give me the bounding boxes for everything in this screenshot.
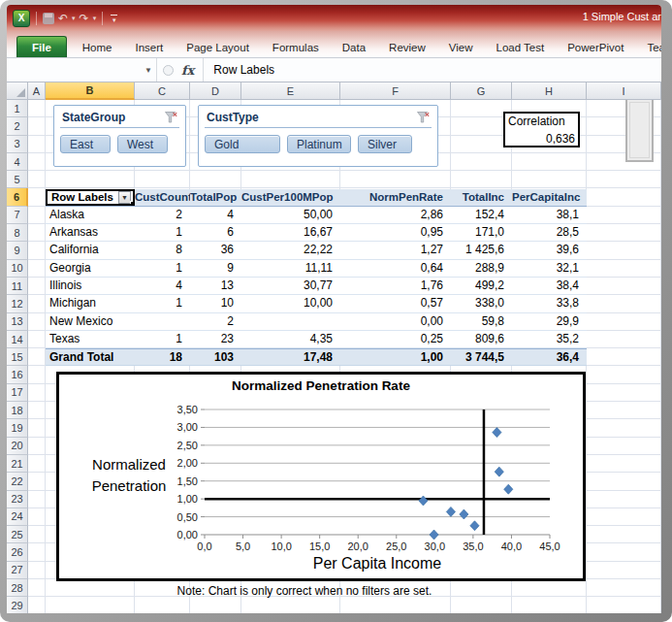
row-labels-cell[interactable]: Row Labels▼	[46, 189, 135, 206]
fill-handle[interactable]	[130, 201, 135, 206]
cell-A26[interactable]	[28, 543, 46, 561]
pivot-row-michigan-col-totalpop[interactable]: 10	[190, 295, 241, 311]
slicer-button-west[interactable]: West	[117, 135, 168, 153]
pivot-row-illinois-col-totalpop[interactable]: 13	[190, 278, 241, 294]
pivot-row-alaska-col-percapitainc[interactable]: 38,1	[512, 207, 587, 223]
pivot-row-arkansas-col-percapitainc[interactable]: 28,5	[512, 224, 587, 241]
cell-I25[interactable]	[587, 526, 661, 543]
cell-A16[interactable]	[28, 366, 46, 383]
cell-I8[interactable]	[587, 224, 661, 242]
pivot-row-georgia-col-row-labels[interactable]: Georgia	[46, 260, 135, 277]
cell-I16[interactable]	[587, 366, 661, 383]
row-header-4[interactable]: 4	[7, 153, 28, 171]
cell-G5[interactable]	[451, 171, 512, 188]
cell-A27[interactable]	[28, 562, 46, 579]
cell-I20[interactable]	[587, 438, 661, 455]
cell-A13[interactable]	[28, 313, 46, 331]
cell-A21[interactable]	[28, 455, 46, 473]
cell-A10[interactable]	[28, 260, 46, 278]
pivot-row-new-mexico-col-totalinc[interactable]: 59,8	[451, 313, 512, 330]
pivot-row-illinois-col-custper100mpop[interactable]: 30,77	[241, 278, 340, 294]
tab-review[interactable]: Review	[377, 37, 437, 57]
pivot-row-illinois-col-custcount[interactable]: 4	[135, 278, 190, 294]
row-header-25[interactable]: 25	[7, 526, 28, 543]
tab-data[interactable]: Data	[331, 37, 377, 57]
pivot-row-georgia-col-totalinc[interactable]: 288,9	[451, 260, 512, 277]
cell-I22[interactable]	[587, 473, 661, 490]
pivot-grand-total-col-totalinc[interactable]: 3 744,5	[451, 349, 512, 365]
cell-I7[interactable]	[587, 207, 661, 224]
cell-B5[interactable]	[46, 171, 135, 188]
name-box[interactable]	[7, 58, 141, 82]
cell-I18[interactable]	[587, 402, 661, 419]
pivot-row-illinois-col-normpenrate[interactable]: 1,76	[340, 278, 451, 294]
column-header-B[interactable]: B	[46, 82, 135, 100]
row-header-20[interactable]: 20	[7, 438, 28, 455]
column-header-D[interactable]: D	[190, 82, 241, 100]
cell-I15[interactable]	[587, 348, 661, 366]
cell-A23[interactable]	[28, 491, 46, 508]
row-header-12[interactable]: 12	[7, 295, 28, 312]
clear-filter-icon[interactable]	[165, 112, 177, 123]
pivot-grand-total-col-totalpop[interactable]: 103	[190, 349, 241, 365]
slicer-button-platinum[interactable]: Platinum	[287, 135, 351, 153]
undo-dropdown-icon[interactable]: ▾	[72, 15, 76, 22]
pivot-row-texas-col-percapitainc[interactable]: 35,2	[512, 331, 587, 347]
cell-H4[interactable]	[512, 153, 587, 171]
tab-formulas[interactable]: Formulas	[261, 37, 331, 57]
cell-A28[interactable]	[28, 579, 46, 597]
cell-A14[interactable]	[28, 331, 46, 348]
row-header-5[interactable]: 5	[7, 171, 28, 188]
cell-F5[interactable]	[340, 171, 451, 188]
cell-A25[interactable]	[28, 526, 46, 543]
pivot-row-texas-col-row-labels[interactable]: Texas	[46, 331, 135, 347]
select-all-corner[interactable]	[7, 82, 28, 100]
pivot-row-arkansas-col-normpenrate[interactable]: 0,95	[340, 224, 451, 241]
tab-file[interactable]: File	[16, 36, 67, 57]
row-header-3[interactable]: 3	[7, 136, 28, 153]
pivot-row-new-mexico-col-totalpop[interactable]: 2	[190, 313, 241, 330]
row-header-7[interactable]: 7	[7, 207, 28, 224]
cell-A19[interactable]	[28, 419, 46, 437]
column-header-H[interactable]: H	[512, 82, 587, 100]
pivot-row-arkansas-col-row-labels[interactable]: Arkansas	[46, 224, 135, 241]
cell-H29[interactable]	[512, 597, 587, 613]
pivot-row-new-mexico-col-normpenrate[interactable]: 0,00	[340, 313, 451, 330]
pivot-header-col-custcount[interactable]: CustCount	[135, 189, 190, 206]
cell-I9[interactable]	[587, 242, 661, 259]
cell-H28[interactable]	[512, 579, 587, 597]
row-header-28[interactable]: 28	[7, 579, 28, 597]
row-header-22[interactable]: 22	[7, 473, 28, 490]
pivot-row-california-col-row-labels[interactable]: California	[46, 242, 135, 258]
pivot-row-arkansas-col-totalinc[interactable]: 171,0	[451, 224, 512, 241]
row-header-26[interactable]: 26	[7, 543, 28, 561]
row-header-15[interactable]: 15	[7, 348, 28, 366]
cell-I28[interactable]	[587, 579, 661, 597]
cell-I29[interactable]	[587, 597, 661, 613]
cell-A2[interactable]	[28, 117, 46, 135]
pivot-grand-total-col-normpenrate[interactable]: 1,00	[340, 349, 451, 365]
insert-function-button[interactable]: fx	[179, 58, 204, 82]
cell-I10[interactable]	[587, 260, 661, 278]
pivot-row-illinois-col-percapitainc[interactable]: 38,4	[512, 278, 587, 294]
tab-view[interactable]: View	[437, 37, 485, 57]
row-header-19[interactable]: 19	[7, 419, 28, 437]
cell-A12[interactable]	[28, 295, 46, 312]
cell-I19[interactable]	[587, 419, 661, 437]
pivot-row-california-col-normpenrate[interactable]: 1,27	[340, 242, 451, 258]
cell-A17[interactable]	[28, 384, 46, 402]
pivot-grand-total-col-percapitainc[interactable]: 36,4	[512, 349, 587, 365]
row-header-18[interactable]: 18	[7, 402, 28, 419]
row-header-6[interactable]: 6	[7, 188, 28, 206]
cell-I21[interactable]	[587, 455, 661, 473]
pivot-row-texas-col-custper100mpop[interactable]: 4,35	[241, 331, 340, 347]
pivot-row-arkansas-col-custper100mpop[interactable]: 16,67	[241, 224, 340, 241]
cell-D5[interactable]	[190, 171, 241, 188]
cell-E5[interactable]	[241, 171, 340, 188]
clear-filter-icon[interactable]	[417, 112, 430, 123]
pivot-grand-total-col-custper100mpop[interactable]: 17,48	[241, 349, 340, 365]
excel-logo-icon[interactable]: X	[13, 10, 30, 27]
pivot-row-texas-col-totalinc[interactable]: 809,6	[451, 331, 512, 347]
save-icon[interactable]	[43, 13, 54, 24]
pivot-row-california-col-custcount[interactable]: 8	[135, 242, 190, 258]
